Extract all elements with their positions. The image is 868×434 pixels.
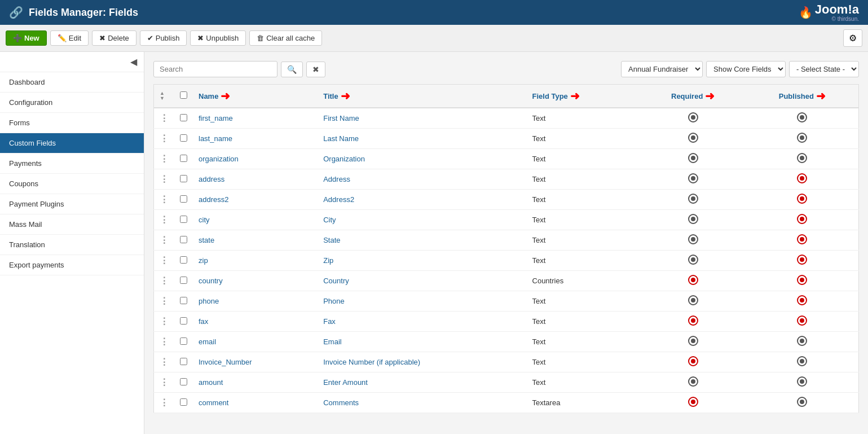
search-button[interactable]: 🔍 [281,62,303,77]
sidebar-item-payment-plugins[interactable]: Payment Plugins [0,194,144,214]
required-status-cell[interactable] [640,210,746,230]
field-name-cell[interactable]: organization [193,149,318,169]
row-checkbox[interactable] [180,297,187,304]
required-status-cell[interactable] [640,149,746,169]
published-status-cell[interactable] [746,393,859,413]
published-status-cell[interactable] [746,108,859,129]
row-checkbox[interactable] [180,378,187,385]
row-checkbox[interactable] [180,256,187,264]
row-checkbox[interactable] [180,358,187,365]
required-status-cell[interactable] [640,129,746,149]
search-input[interactable] [153,61,277,77]
sidebar-item-translation[interactable]: Translation [0,235,144,255]
sidebar-item-mass-mail[interactable]: Mass Mail [0,214,144,235]
drag-handle[interactable]: ⋮ [154,210,175,230]
sidebar-item-custom-fields[interactable]: Custom Fields [0,133,144,154]
field-title-cell[interactable]: Phone [318,291,526,312]
drag-handle[interactable]: ⋮ [154,312,175,332]
row-checkbox[interactable] [180,236,187,243]
field-title-cell[interactable]: Fax [318,312,526,332]
published-status-cell[interactable] [746,372,859,393]
clear-search-button[interactable]: ✖ [306,62,325,77]
published-status-cell[interactable] [746,129,859,149]
sidebar-collapse-button[interactable]: ◀ [130,56,137,67]
drag-handle[interactable]: ⋮ [154,149,175,169]
row-checkbox[interactable] [180,337,187,345]
field-title-cell[interactable]: Country [318,271,526,291]
row-checkbox[interactable] [180,317,187,325]
select-all-checkbox[interactable] [180,91,187,99]
sidebar-item-coupons[interactable]: Coupons [0,174,144,194]
field-title-cell[interactable]: City [318,210,526,230]
field-title-cell[interactable]: Zip [318,251,526,271]
field-name-cell[interactable]: first_name [193,108,318,129]
field-name-cell[interactable]: city [193,210,318,230]
required-status-cell[interactable] [640,372,746,393]
published-status-cell[interactable] [746,210,859,230]
required-status-cell[interactable] [640,291,746,312]
field-title-cell[interactable]: State [318,230,526,251]
sidebar-item-configuration[interactable]: Configuration [0,93,144,113]
required-status-cell[interactable] [640,352,746,372]
drag-handle[interactable]: ⋮ [154,393,175,413]
published-status-cell[interactable] [746,230,859,251]
clear-cache-button[interactable]: 🗑 Clear all cache [249,30,322,46]
row-checkbox[interactable] [180,134,187,142]
field-title-cell[interactable]: Address2 [318,190,526,210]
required-status-cell[interactable] [640,393,746,413]
published-status-cell[interactable] [746,352,859,372]
published-status-cell[interactable] [746,332,859,352]
field-name-cell[interactable]: address [193,169,318,190]
required-status-cell[interactable] [640,230,746,251]
field-name-cell[interactable]: amount [193,372,318,393]
drag-handle[interactable]: ⋮ [154,108,175,129]
sidebar-item-forms[interactable]: Forms [0,113,144,133]
field-name-cell[interactable]: email [193,332,318,352]
field-name-cell[interactable]: last_name [193,129,318,149]
required-status-cell[interactable] [640,169,746,190]
drag-handle[interactable]: ⋮ [154,352,175,372]
drag-handle[interactable]: ⋮ [154,332,175,352]
field-name-cell[interactable]: comment [193,393,318,413]
new-button[interactable]: ➕ New [6,30,47,46]
sidebar-item-payments[interactable]: Payments [0,154,144,174]
field-title-cell[interactable]: Comments [318,393,526,413]
field-name-cell[interactable]: address2 [193,190,318,210]
show-core-fields-dropdown[interactable]: Show Core Fields [706,61,786,77]
drag-handle[interactable]: ⋮ [154,291,175,312]
drag-handle[interactable]: ⋮ [154,251,175,271]
sidebar-item-dashboard[interactable]: Dashboard [0,72,144,93]
drag-handle[interactable]: ⋮ [154,271,175,291]
field-name-cell[interactable]: Invoice_Number [193,352,318,372]
required-status-cell[interactable] [640,108,746,129]
required-status-cell[interactable] [640,332,746,352]
required-status-cell[interactable] [640,271,746,291]
row-checkbox[interactable] [180,398,187,406]
row-checkbox[interactable] [180,175,187,182]
field-title-cell[interactable]: Invoice Number (if applicable) [318,352,526,372]
field-title-cell[interactable]: Last Name [318,129,526,149]
drag-handle[interactable]: ⋮ [154,190,175,210]
row-checkbox[interactable] [180,195,187,203]
row-checkbox[interactable] [180,155,187,162]
field-title-cell[interactable]: Address [318,169,526,190]
field-name-cell[interactable]: zip [193,251,318,271]
required-status-cell[interactable] [640,251,746,271]
field-title-cell[interactable]: Organization [318,149,526,169]
edit-button[interactable]: ✏️ Edit [50,30,89,46]
name-column-header[interactable]: Name ➜ [193,85,318,108]
published-status-cell[interactable] [746,149,859,169]
drag-handle[interactable]: ⋮ [154,169,175,190]
row-checkbox[interactable] [180,216,187,223]
field-name-cell[interactable]: country [193,271,318,291]
row-checkbox[interactable] [180,277,187,284]
field-title-cell[interactable]: Enter Amount [318,372,526,393]
drag-handle[interactable]: ⋮ [154,129,175,149]
delete-button[interactable]: ✖ Delete [92,30,136,46]
published-status-cell[interactable] [746,190,859,210]
field-name-cell[interactable]: state [193,230,318,251]
field-title-cell[interactable]: Email [318,332,526,352]
field-title-cell[interactable]: First Name [318,108,526,129]
select-state-dropdown[interactable]: - Select State - [789,61,859,77]
drag-handle[interactable]: ⋮ [154,372,175,393]
